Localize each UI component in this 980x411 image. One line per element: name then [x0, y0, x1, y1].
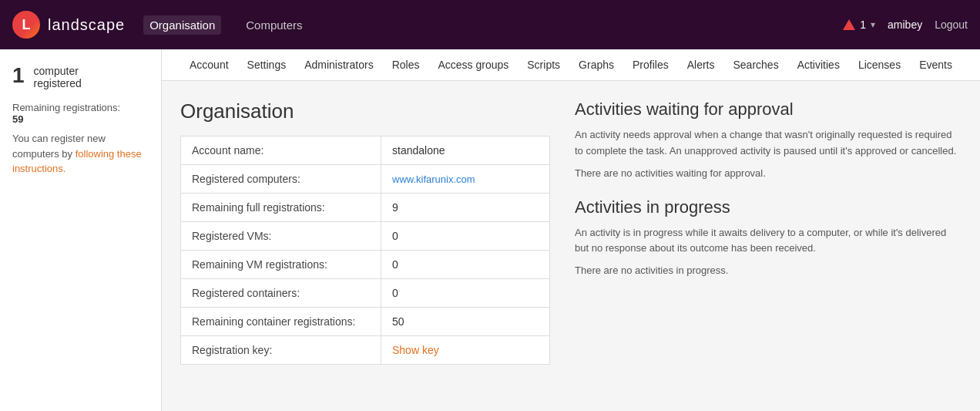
row-label-remaining-vm: Remaining VM registrations: — [181, 251, 381, 279]
sidebar-remaining: Remaining registrations: 59 — [12, 102, 149, 125]
subnav-activities[interactable]: Activities — [788, 49, 849, 80]
table-row: Registered computers: www.kifarunix.com — [181, 165, 550, 194]
content-area: Account Settings Administrators Roles Ac… — [162, 49, 980, 411]
row-label-registered-vms: Registered VMs: — [181, 222, 381, 251]
alert-badge[interactable]: 1 ▾ — [843, 19, 875, 31]
subnav-alerts[interactable]: Alerts — [678, 49, 724, 80]
logo-icon: L — [12, 11, 40, 39]
activities-waiting-desc: An activity needs approval when a change… — [575, 127, 962, 160]
table-row: Remaining full registrations: 9 — [181, 194, 550, 222]
row-label-remaining-container: Remaining container registrations: — [181, 308, 381, 336]
table-row: Registered containers: 0 — [181, 279, 550, 308]
subnav-searches[interactable]: Searches — [723, 49, 787, 80]
activities-waiting-title: Activities waiting for approval — [575, 99, 962, 120]
subnav-graphs[interactable]: Graphs — [569, 49, 623, 80]
topnav-computers[interactable]: Computers — [240, 15, 308, 35]
org-table: Account name: standalone Registered comp… — [180, 136, 550, 365]
sidebar: 1 computer registered Remaining registra… — [0, 49, 162, 411]
sidebar-count-label: computer registered — [34, 65, 82, 89]
activities-inprogress-desc: An activity is in progress while it awai… — [575, 225, 962, 258]
subnav-scripts[interactable]: Scripts — [518, 49, 569, 80]
show-key-link[interactable]: Show key — [392, 344, 439, 356]
row-value-account-name: standalone — [381, 136, 550, 165]
subnav-events[interactable]: Events — [910, 49, 962, 80]
sidebar-count-label-line1: computer — [34, 65, 82, 77]
content-inner: Organisation Account name: standalone Re… — [162, 81, 980, 383]
subnav-account[interactable]: Account — [180, 49, 238, 80]
topbar: L landscape Organisation Computers 1 ▾ a… — [0, 0, 980, 49]
sidebar-register-text: You can register new computers by follow… — [12, 131, 149, 177]
logo-area: L landscape — [12, 11, 125, 39]
logo-text: landscape — [48, 16, 125, 34]
alert-triangle-icon — [843, 19, 855, 30]
sidebar-count-number: 1 — [12, 65, 25, 86]
row-label-remaining-full: Remaining full registrations: — [181, 194, 381, 222]
logout-button[interactable]: Logout — [935, 19, 968, 31]
subnav-licenses[interactable]: Licenses — [849, 49, 910, 80]
row-label-registration-key: Registration key: — [181, 336, 381, 365]
row-value-remaining-vm: 0 — [381, 251, 550, 279]
topbar-left: L landscape Organisation Computers — [12, 11, 309, 39]
row-value-remaining-container: 50 — [381, 308, 550, 336]
org-section: Organisation Account name: standalone Re… — [180, 99, 550, 365]
alert-count: 1 — [860, 19, 866, 31]
row-value-registration-key: Show key — [381, 336, 550, 365]
row-label-account-name: Account name: — [181, 136, 381, 165]
username-label: amibey — [888, 19, 922, 31]
table-row: Remaining container registrations: 50 — [181, 308, 550, 336]
activities-inprogress-status: There are no activities in progress. — [575, 264, 962, 276]
subnav-access-groups[interactable]: Access groups — [428, 49, 518, 80]
sidebar-count-label-line2: registered — [34, 77, 82, 89]
table-row: Remaining VM registrations: 0 — [181, 251, 550, 279]
activities-inprogress-title: Activities in progress — [575, 197, 962, 217]
table-row: Account name: standalone — [181, 136, 550, 165]
topbar-right: 1 ▾ amibey Logout — [843, 19, 968, 31]
page-title: Organisation — [180, 99, 550, 123]
sidebar-remaining-value: 59 — [12, 113, 23, 125]
subnav-profiles[interactable]: Profiles — [623, 49, 678, 80]
row-value-remaining-full: 9 — [381, 194, 550, 222]
subnav-settings[interactable]: Settings — [238, 49, 296, 80]
table-row: Registered VMs: 0 — [181, 222, 550, 251]
sidebar-computer-count: 1 computer registered — [12, 65, 149, 89]
alert-dropdown-icon[interactable]: ▾ — [871, 19, 875, 30]
topnav-organisation[interactable]: Organisation — [143, 15, 221, 35]
subnav-roles[interactable]: Roles — [383, 49, 429, 80]
row-label-registered-computers: Registered computers: — [181, 165, 381, 194]
subnav-administrators[interactable]: Administrators — [295, 49, 382, 80]
activities-panel: Activities waiting for approval An activ… — [575, 99, 962, 365]
row-value-registered-computers: www.kifarunix.com — [381, 165, 550, 194]
row-value-registered-vms: 0 — [381, 222, 550, 251]
subnav: Account Settings Administrators Roles Ac… — [162, 49, 980, 81]
table-row: Registration key: Show key — [181, 336, 550, 365]
row-value-registered-containers: 0 — [381, 279, 550, 308]
activities-waiting-status: There are no activities waiting for appr… — [575, 167, 962, 179]
row-label-registered-containers: Registered containers: — [181, 279, 381, 308]
main-layout: 1 computer registered Remaining registra… — [0, 49, 980, 411]
